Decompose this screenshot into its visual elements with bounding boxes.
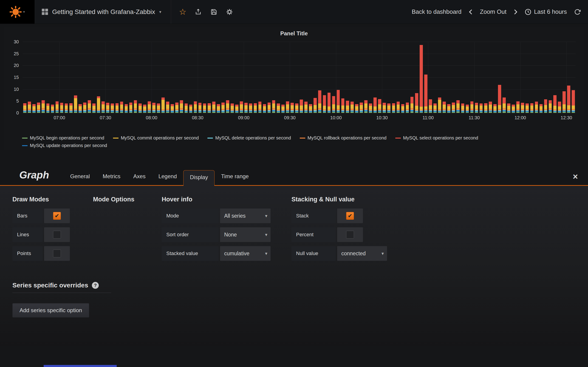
tab-legend[interactable]: Legend: [152, 169, 183, 185]
sort-order-select[interactable]: None ▾: [220, 227, 271, 242]
bar-segment: [212, 109, 216, 110]
bar-segment: [429, 105, 432, 109]
bar-segment: [516, 110, 519, 111]
close-icon[interactable]: ×: [573, 172, 578, 181]
bar-segment: [420, 107, 423, 109]
star-button[interactable]: ☆: [176, 0, 190, 24]
refresh-button[interactable]: [574, 0, 581, 24]
lines-checkbox[interactable]: ✔: [44, 227, 70, 242]
stack-checkbox[interactable]: ✔: [337, 209, 363, 223]
bar-segment: [433, 110, 437, 111]
bar-segment: [157, 106, 160, 109]
legend-item[interactable]: MySQL rollback operations per second: [300, 135, 387, 141]
tab-display[interactable]: Display: [183, 170, 215, 186]
bar-segment: [175, 109, 179, 110]
bar-segment: [401, 110, 405, 110]
bar-segment: [129, 109, 132, 110]
help-icon[interactable]: ?: [92, 282, 99, 289]
legend-item[interactable]: MySQL delete operations per second: [208, 135, 291, 141]
check-icon: ✔: [55, 213, 59, 219]
bar-segment: [138, 109, 142, 110]
shift-time-forward-button[interactable]: [514, 9, 518, 15]
bar-segment: [558, 110, 561, 110]
tab-axes[interactable]: Axes: [127, 169, 152, 185]
bar-segment: [300, 111, 303, 112]
bar-segment: [480, 110, 483, 111]
bar-segment: [221, 112, 225, 113]
bar-segment: [240, 112, 243, 113]
bar-segment: [424, 112, 427, 113]
save-button[interactable]: [207, 0, 221, 24]
tab-general[interactable]: General: [64, 169, 96, 185]
chevron-down-icon: ▾: [265, 232, 267, 237]
bar-segment: [544, 99, 547, 105]
bars-checkbox[interactable]: ✔: [44, 209, 70, 223]
bar-segment: [461, 110, 464, 111]
bar-segment: [268, 110, 271, 111]
bar-segment: [175, 102, 179, 105]
save-icon: [211, 9, 217, 15]
bar-segment: [240, 101, 243, 104]
x-axis-tick-label: 09:30: [284, 115, 296, 120]
add-series-override-button[interactable]: Add series specific option: [12, 303, 89, 317]
legend-item[interactable]: MySQL update operations per second: [22, 143, 107, 148]
x-axis-tick-label: 12:30: [561, 115, 572, 120]
bar-segment: [304, 110, 308, 111]
mode-select[interactable]: All series ▾: [220, 209, 271, 223]
stacked-value-select[interactable]: cumulative ▾: [220, 246, 271, 261]
bar-segment: [484, 106, 487, 109]
back-to-dashboard-link[interactable]: Back to dashboard: [412, 8, 462, 15]
bar-segment: [438, 112, 441, 113]
dashboard-title-dropdown[interactable]: Getting Started with Grafana-Zabbix ▾: [35, 0, 171, 24]
panel-title[interactable]: Panel Title: [4, 30, 584, 37]
tab-metrics[interactable]: Metrics: [96, 169, 127, 185]
bar-segment: [502, 111, 506, 113]
legend-item[interactable]: MySQL begin operations per second: [22, 135, 104, 141]
bar-segment: [332, 109, 335, 110]
bar-segment: [313, 111, 317, 112]
bar-segment: [208, 110, 211, 111]
bar-segment: [383, 105, 386, 109]
bar-segment: [373, 98, 377, 106]
bar-segment: [470, 104, 474, 109]
bar-segment: [553, 110, 556, 111]
zoom-out-button[interactable]: Zoom Out: [480, 8, 506, 15]
bar-segment: [540, 110, 543, 111]
stack-label: Stack: [292, 209, 336, 223]
bar-segment: [360, 109, 363, 110]
bar-segment: [46, 109, 50, 110]
bar-segment: [480, 106, 483, 109]
share-button[interactable]: [191, 0, 205, 24]
bar-segment: [60, 103, 63, 105]
legend-item[interactable]: MySQL select operations per second: [395, 135, 478, 141]
share-icon: [195, 9, 201, 15]
bar-segment: [231, 106, 234, 109]
bar-segment: [392, 112, 395, 113]
bar-segment: [203, 109, 206, 110]
time-picker-button[interactable]: Last 6 hours: [525, 8, 567, 15]
bar-segment: [92, 106, 95, 109]
bar-segment: [74, 95, 77, 98]
points-checkbox[interactable]: ✔: [44, 246, 70, 261]
bar-segment: [328, 110, 331, 111]
null-value-select[interactable]: connected ▾: [337, 246, 387, 261]
tab-time-range[interactable]: Time range: [215, 169, 255, 185]
chart-plot-area[interactable]: 05101520253007:0007:3008:0008:3009:0009:…: [23, 42, 576, 113]
bar-segment: [540, 104, 543, 106]
settings-button[interactable]: [223, 0, 236, 24]
bar-segment: [309, 112, 312, 113]
bar-segment: [92, 111, 95, 112]
percent-checkbox[interactable]: ✔: [337, 227, 363, 242]
grafana-menu-button[interactable]: ▾: [0, 0, 35, 24]
bar-segment: [392, 111, 395, 112]
bar-segment: [231, 110, 234, 111]
legend-item[interactable]: MySQL commit operations per second: [113, 135, 199, 141]
editor-header: Graph GeneralMetricsAxesLegendDisplayTim…: [0, 168, 588, 186]
bar-segment: [83, 110, 86, 111]
bar-segment: [217, 110, 220, 110]
bar-segment: [286, 112, 289, 113]
bar-segment: [498, 111, 501, 112]
shift-time-back-button[interactable]: [469, 9, 473, 15]
bar-segment: [558, 112, 561, 113]
bar-segment: [120, 111, 123, 112]
